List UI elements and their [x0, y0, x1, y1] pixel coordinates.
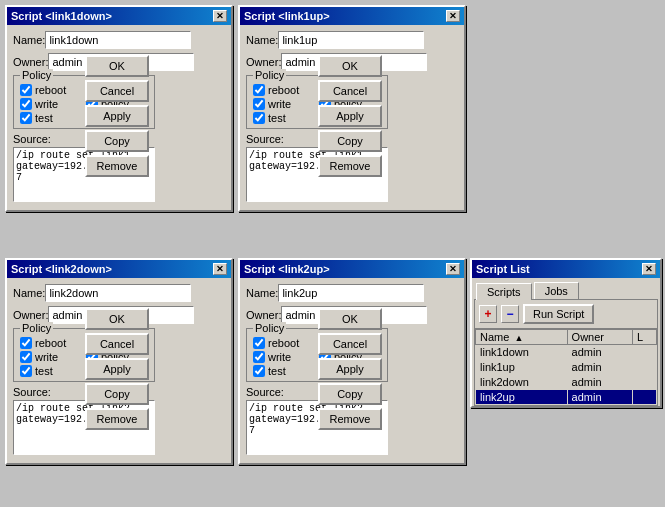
ok-btn-link1up[interactable]: OK [318, 55, 382, 77]
apply-btn-link1down[interactable]: Apply [85, 105, 149, 127]
close-btn-link2down[interactable]: ✕ [213, 263, 227, 275]
name-label: Name: [13, 34, 45, 46]
cell-l [633, 390, 657, 405]
policy-legend-2d: Policy [20, 322, 53, 334]
cb-write-link2up[interactable] [253, 351, 265, 363]
policy-legend-2u: Policy [253, 322, 286, 334]
table-row[interactable]: link2downadmin [476, 375, 657, 390]
titlebar-script-list: Script List ✕ [472, 260, 660, 278]
window-script-list: Script List ✕ Scripts Jobs + − Run Scrip… [470, 258, 662, 408]
remove-btn-link2down[interactable]: Remove [85, 408, 149, 430]
titlebar-link1down: Script <link1down> ✕ [7, 7, 231, 25]
cb-reboot-link1down[interactable] [20, 84, 32, 96]
policy-legend: Policy [20, 69, 53, 81]
cell-name: link1down [476, 345, 568, 360]
tab-bar: Scripts Jobs [472, 278, 660, 299]
cb-test-link2up[interactable] [253, 365, 265, 377]
close-btn-link2up[interactable]: ✕ [446, 263, 460, 275]
name-input-link2down[interactable] [45, 284, 191, 302]
title-link1down: Script <link1down> [11, 10, 112, 22]
cell-l [633, 375, 657, 390]
owner-label-2d: Owner: [13, 309, 48, 321]
col-name[interactable]: Name ▲ [476, 330, 568, 345]
cancel-btn-link2up[interactable]: Cancel [318, 333, 382, 355]
close-btn-link1down[interactable]: ✕ [213, 10, 227, 22]
cb-reboot-link1up[interactable] [253, 84, 265, 96]
list-toolbar: + − Run Script [475, 300, 657, 329]
copy-btn-link2down[interactable]: Copy [85, 383, 149, 405]
cb-reboot-link2up[interactable] [253, 337, 265, 349]
sort-arrow-name: ▲ [514, 333, 523, 343]
title-script-list: Script List [476, 263, 530, 275]
name-label-up: Name: [246, 34, 278, 46]
run-script-btn[interactable]: Run Script [523, 304, 594, 324]
title-link2up: Script <link2up> [244, 263, 330, 275]
titlebar-link1up: Script <link1up> ✕ [240, 7, 464, 25]
cell-l [633, 345, 657, 360]
title-link2down: Script <link2down> [11, 263, 112, 275]
cb-write-link1down[interactable] [20, 98, 32, 110]
name-label-2d: Name: [13, 287, 45, 299]
ok-btn-link2down[interactable]: OK [85, 308, 149, 330]
cell-name: link2down [476, 375, 568, 390]
remove-btn-link2up[interactable]: Remove [318, 408, 382, 430]
apply-btn-link2up[interactable]: Apply [318, 358, 382, 380]
table-row[interactable]: link2upadmin [476, 390, 657, 405]
owner-label: Owner: [13, 56, 48, 68]
remove-btn-link1up[interactable]: Remove [318, 155, 382, 177]
cb-write-link2down[interactable] [20, 351, 32, 363]
name-input-link1up[interactable] [278, 31, 424, 49]
window-link2up: Script <link2up> ✕ Name: Owner: Policy r… [238, 258, 466, 465]
script-table: Name ▲ Owner L link1downadminlink1upadmi… [475, 329, 657, 405]
cb-write-link1up[interactable] [253, 98, 265, 110]
close-btn-link1up[interactable]: ✕ [446, 10, 460, 22]
table-row[interactable]: link1downadmin [476, 345, 657, 360]
ok-btn-link2up[interactable]: OK [318, 308, 382, 330]
policy-legend-up: Policy [253, 69, 286, 81]
window-link1down: Script <link1down> ✕ Name: Owner: Policy… [5, 5, 233, 212]
owner-label-2u: Owner: [246, 309, 281, 321]
cancel-btn-link1up[interactable]: Cancel [318, 80, 382, 102]
cancel-btn-link1down[interactable]: Cancel [85, 80, 149, 102]
name-input-link1down[interactable] [45, 31, 191, 49]
col-owner[interactable]: Owner [567, 330, 632, 345]
cell-name: link2up [476, 390, 568, 405]
apply-btn-link2down[interactable]: Apply [85, 358, 149, 380]
tab-jobs[interactable]: Jobs [534, 282, 579, 299]
remove-btn-link1down[interactable]: Remove [85, 155, 149, 177]
titlebar-link2down: Script <link2down> ✕ [7, 260, 231, 278]
table-row[interactable]: link1upadmin [476, 360, 657, 375]
copy-btn-link1up[interactable]: Copy [318, 130, 382, 152]
cb-test-link1up[interactable] [253, 112, 265, 124]
tab-scripts[interactable]: Scripts [476, 283, 532, 300]
cancel-btn-link2down[interactable]: Cancel [85, 333, 149, 355]
cell-name: link1up [476, 360, 568, 375]
name-label-2u: Name: [246, 287, 278, 299]
window-link2down: Script <link2down> ✕ Name: Owner: Policy… [5, 258, 233, 465]
close-btn-script-list[interactable]: ✕ [642, 263, 656, 275]
cell-owner: admin [567, 390, 632, 405]
cb-test-link1down[interactable] [20, 112, 32, 124]
copy-btn-link1down[interactable]: Copy [85, 130, 149, 152]
remove-script-btn[interactable]: − [501, 305, 519, 323]
col-l[interactable]: L [633, 330, 657, 345]
window-link1up: Script <link1up> ✕ Name: Owner: Policy r… [238, 5, 466, 212]
cell-l [633, 360, 657, 375]
cell-owner: admin [567, 345, 632, 360]
title-link1up: Script <link1up> [244, 10, 330, 22]
cb-reboot-link2down[interactable] [20, 337, 32, 349]
cell-owner: admin [567, 360, 632, 375]
add-script-btn[interactable]: + [479, 305, 497, 323]
ok-btn-link1down[interactable]: OK [85, 55, 149, 77]
copy-btn-link2up[interactable]: Copy [318, 383, 382, 405]
cb-test-link2down[interactable] [20, 365, 32, 377]
owner-label-up: Owner: [246, 56, 281, 68]
titlebar-link2up: Script <link2up> ✕ [240, 260, 464, 278]
cell-owner: admin [567, 375, 632, 390]
apply-btn-link1up[interactable]: Apply [318, 105, 382, 127]
name-input-link2up[interactable] [278, 284, 424, 302]
